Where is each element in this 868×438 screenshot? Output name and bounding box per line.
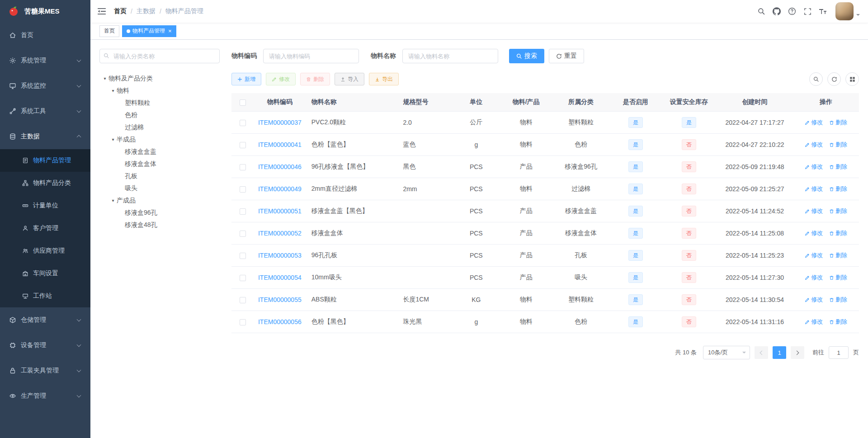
add-button[interactable]: 新增	[231, 73, 261, 85]
search-icon[interactable]	[757, 7, 766, 16]
tree-node[interactable]: ▾ 物料	[99, 85, 220, 97]
tree-node[interactable]: ▾ 半成品	[99, 133, 220, 146]
row-checkbox[interactable]	[240, 319, 246, 325]
material-code-link[interactable]: ITEM00000055	[258, 296, 302, 303]
reset-button[interactable]: 重置	[549, 49, 584, 63]
sidebar-item-home[interactable]: 首页	[0, 23, 90, 48]
row-checkbox[interactable]	[240, 275, 246, 281]
delete-link[interactable]: 删除	[829, 273, 847, 282]
app-logo[interactable]: 苦糖果MES	[0, 0, 90, 23]
sidebar-item-workshop-settings[interactable]: 车间设置	[0, 262, 90, 285]
edit-link[interactable]: 修改	[805, 273, 823, 282]
tree-node[interactable]: ▾ 塑料颗粒	[99, 97, 220, 109]
tree-node[interactable]: ▾ 物料及产品分类	[99, 72, 220, 85]
material-code-link[interactable]: ITEM00000049	[258, 185, 302, 193]
row-checkbox[interactable]	[240, 120, 246, 126]
table-row[interactable]: ITEM00000054 10mm吸头 PCS 产品 吸头 是 否 2022-0…	[231, 266, 859, 288]
sidebar-toggle-icon[interactable]	[90, 7, 113, 15]
table-row[interactable]: ITEM00000053 96孔孔板 PCS 产品 孔板 是 否 2022-05…	[231, 244, 859, 266]
row-checkbox[interactable]	[240, 208, 246, 215]
sidebar-item-warehouse-management[interactable]: 仓储管理	[0, 307, 90, 333]
edit-link[interactable]: 修改	[805, 118, 823, 127]
breadcrumb-home[interactable]: 首页	[114, 7, 127, 15]
sidebar-item-fixture-management[interactable]: 工装夹具管理	[0, 358, 90, 383]
select-all-checkbox[interactable]	[240, 99, 246, 106]
delete-link[interactable]: 删除	[829, 318, 847, 326]
edit-link[interactable]: 修改	[805, 318, 823, 326]
page-1-button[interactable]: 1	[773, 346, 786, 359]
sidebar-item-material-product-management[interactable]: 物料产品管理	[0, 149, 90, 172]
caret-down-icon[interactable]: ▾	[109, 88, 117, 93]
sidebar-item-system-management[interactable]: 系统管理	[0, 48, 90, 73]
delete-link[interactable]: 删除	[829, 118, 847, 127]
edit-link[interactable]: 修改	[805, 229, 823, 237]
delete-link[interactable]: 删除	[829, 296, 847, 304]
sidebar-item-material-product-category[interactable]: 物料产品分类	[0, 172, 90, 194]
material-code-link[interactable]: ITEM00000052	[258, 230, 302, 237]
sidebar-item-workstation[interactable]: 工作站	[0, 285, 90, 307]
edit-link[interactable]: 修改	[805, 163, 823, 171]
table-row[interactable]: ITEM00000055 ABS颗粒 长度1CM KG 物料 塑料颗粒 是 否 …	[231, 288, 859, 311]
help-icon[interactable]	[788, 7, 797, 16]
edit-button[interactable]: 修改	[266, 73, 296, 85]
next-page-button[interactable]	[791, 346, 804, 359]
tree-node[interactable]: ▾ 过滤棉	[99, 121, 220, 133]
tree-node[interactable]: ▾ 移液盒48孔	[99, 219, 220, 231]
caret-down-icon[interactable]: ▾	[109, 198, 117, 203]
delete-link[interactable]: 删除	[829, 207, 847, 215]
row-checkbox[interactable]	[240, 164, 246, 170]
user-menu[interactable]	[835, 2, 860, 20]
material-name-input[interactable]	[402, 49, 498, 63]
delete-link[interactable]: 删除	[829, 229, 847, 237]
material-code-link[interactable]: ITEM00000053	[258, 252, 302, 259]
sidebar-item-master-data[interactable]: 主数据	[0, 124, 90, 149]
github-icon[interactable]	[772, 7, 781, 16]
category-search-input[interactable]	[99, 49, 220, 63]
sidebar-item-system-tools[interactable]: 系统工具	[0, 99, 90, 124]
table-row[interactable]: ITEM00000041 色粉【蓝色】 蓝色 g 物料 色粉 是 否 2022-…	[231, 133, 859, 155]
fullscreen-icon[interactable]	[803, 7, 812, 16]
table-row[interactable]: ITEM00000056 色粉【黑色】 珠光黑 g 物料 色粉 是 否 2022…	[231, 311, 859, 333]
export-button[interactable]: 导出	[369, 73, 399, 85]
avatar[interactable]	[835, 2, 854, 20]
edit-link[interactable]: 修改	[805, 251, 823, 259]
delete-link[interactable]: 删除	[829, 163, 847, 171]
refresh-button[interactable]	[827, 72, 841, 86]
tree-node[interactable]: ▾ 移液盒盒盖	[99, 146, 220, 158]
material-code-link[interactable]: ITEM00000041	[258, 141, 302, 148]
material-code-link[interactable]: ITEM00000054	[258, 274, 302, 281]
sidebar-item-measure-unit[interactable]: 计量单位	[0, 194, 90, 217]
tab-home[interactable]: 首页	[99, 25, 119, 37]
tree-node[interactable]: ▾ 移液盒96孔	[99, 207, 220, 219]
delete-link[interactable]: 删除	[829, 141, 847, 149]
tree-node[interactable]: ▾ 孔板	[99, 170, 220, 182]
material-code-link[interactable]: ITEM00000046	[258, 163, 302, 170]
edit-link[interactable]: 修改	[805, 296, 823, 304]
row-checkbox[interactable]	[240, 186, 246, 193]
tree-node[interactable]: ▾ 吸头	[99, 182, 220, 194]
delete-button[interactable]: 删除	[300, 73, 330, 85]
search-button[interactable]: 搜索	[509, 49, 544, 63]
tab-material-product-management[interactable]: 物料产品管理 ×	[122, 25, 176, 37]
delete-link[interactable]: 删除	[829, 251, 847, 259]
material-code-link[interactable]: ITEM00000056	[258, 318, 302, 325]
page-size-select[interactable]: 10条/页	[703, 346, 750, 359]
material-code-input[interactable]	[263, 49, 359, 63]
table-row[interactable]: ITEM00000051 移液盒盒盖【黑色】 PCS 产品 移液盒盒盖 是 否 …	[231, 200, 859, 222]
tree-node[interactable]: ▾ 色粉	[99, 109, 220, 121]
goto-page-input[interactable]	[829, 346, 849, 359]
edit-link[interactable]: 修改	[805, 185, 823, 193]
columns-settings-button[interactable]	[845, 72, 859, 86]
material-code-link[interactable]: ITEM00000037	[258, 119, 302, 126]
table-row[interactable]: ITEM00000052 移液盒盒体 PCS 产品 移液盒盒体 是 否 2022…	[231, 222, 859, 244]
sidebar-item-supplier-management[interactable]: 供应商管理	[0, 240, 90, 262]
sidebar-item-equipment-management[interactable]: 设备管理	[0, 333, 90, 358]
material-code-link[interactable]: ITEM00000051	[258, 207, 302, 215]
edit-link[interactable]: 修改	[805, 141, 823, 149]
sidebar-item-customer-management[interactable]: 客户管理	[0, 217, 90, 240]
sidebar-item-system-monitor[interactable]: 系统监控	[0, 73, 90, 99]
delete-link[interactable]: 删除	[829, 185, 847, 193]
font-size-icon[interactable]	[818, 7, 827, 16]
caret-down-icon[interactable]: ▾	[109, 137, 117, 142]
sidebar-item-production-management[interactable]: 生产管理	[0, 383, 90, 409]
